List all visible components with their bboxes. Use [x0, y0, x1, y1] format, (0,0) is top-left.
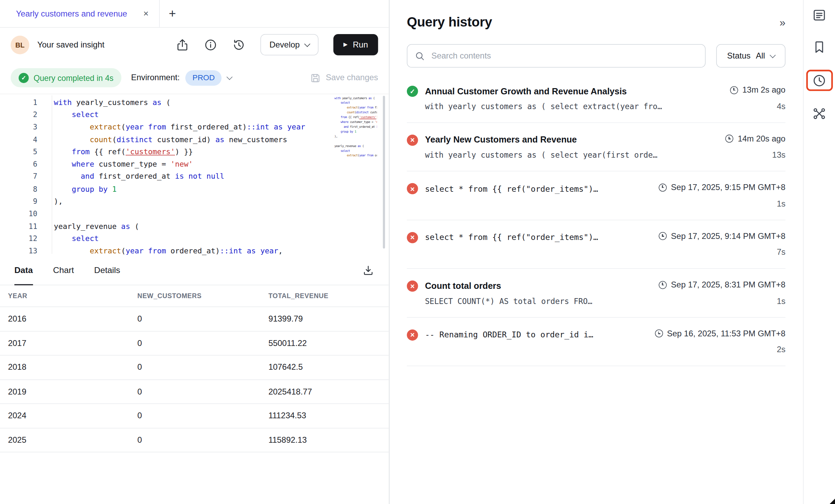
- close-tab-icon[interactable]: ×: [143, 9, 148, 18]
- timestamp-text: Sep 17, 2025, 9:14 PM GMT+8: [671, 231, 785, 241]
- run-button[interactable]: ▶ Run: [333, 34, 378, 55]
- table-cell: 2025: [8, 435, 137, 445]
- table-cell: 0: [137, 435, 268, 445]
- query-title: Count total orders: [425, 281, 501, 291]
- code-line: 3 extract(year from first_ordered_at)::i…: [0, 120, 389, 133]
- info-icon[interactable]: [204, 38, 217, 52]
- save-changes-button[interactable]: Save changes: [310, 72, 378, 83]
- code-line: 12 select: [0, 232, 389, 244]
- environment-value-badge[interactable]: PROD: [186, 70, 222, 85]
- code-line: 13 extract(year from ordered_at)::int as…: [0, 244, 389, 256]
- table-row: 20250115892.13: [0, 428, 389, 452]
- line-number: 1: [0, 98, 37, 106]
- query-history-title: Query history: [407, 14, 492, 30]
- query-timestamp: Sep 17, 2025, 8:31 PM GMT+8: [659, 280, 785, 290]
- results-tab-data[interactable]: Data: [14, 256, 33, 285]
- query-snippet: with yearly_customers as ( select year(f…: [425, 150, 658, 159]
- header-actions: Develop ▶ Run: [176, 34, 378, 55]
- code-line: 2 select: [0, 108, 389, 120]
- query-snippet: with yearly_customers as ( select extrac…: [425, 102, 662, 111]
- table-cell: 2024: [8, 411, 137, 421]
- results-tabs: DataChartDetails: [14, 256, 120, 285]
- query-history-item[interactable]: ✓Annual Customer Growth and Revenue Anal…: [407, 74, 785, 123]
- line-number: 2: [0, 110, 37, 119]
- tab-yearly-customers-and-revenue[interactable]: Yearly customers and revenue ×: [0, 0, 160, 27]
- develop-button[interactable]: Develop: [260, 34, 318, 55]
- table-cell: 0: [137, 338, 268, 348]
- search-input[interactable]: [430, 51, 698, 61]
- code-line: 10: [0, 207, 389, 220]
- query-list-icon[interactable]: [812, 8, 826, 22]
- check-icon: ✓: [19, 73, 29, 83]
- timestamp-text: Sep 16, 2025, 11:53 PM GMT+8: [667, 329, 785, 338]
- code-text: extract(year from ordered_at)::int as ye…: [54, 246, 283, 255]
- develop-label: Develop: [269, 40, 300, 50]
- query-history-item[interactable]: ×Yearly New Customers and Revenue14m 20s…: [407, 123, 785, 171]
- code-line: 11yearly_revenue as (: [0, 220, 389, 232]
- table-cell: 2019: [8, 387, 137, 396]
- query-duration: 1s: [777, 296, 785, 306]
- query-timestamp: Sep 17, 2025, 9:15 PM GMT+8: [659, 182, 785, 192]
- query-status-text: Query completed in 4s: [33, 73, 113, 82]
- status-filter-dropdown[interactable]: Status All: [716, 44, 785, 67]
- query-history-item[interactable]: ×select * from {{ ref("order_items")…Sep…: [407, 171, 785, 220]
- search-box[interactable]: [407, 44, 705, 67]
- table-row: 20170550011.22: [0, 331, 389, 355]
- download-icon[interactable]: [362, 264, 374, 277]
- query-title: select * from {{ ref("order_items")…: [425, 184, 598, 193]
- tab-bar: Yearly customers and revenue × +: [0, 0, 389, 28]
- share-icon[interactable]: [176, 38, 189, 52]
- code-text: extract(year from first_ordered_at)::int…: [54, 123, 305, 131]
- search-icon: [415, 51, 425, 61]
- status-bar: ✓ Query completed in 4s Environment: PRO…: [0, 62, 389, 94]
- resize-handle[interactable]: [829, 499, 835, 504]
- query-duration: 2s: [777, 345, 785, 355]
- table-cell: 2016: [8, 314, 137, 324]
- error-status-icon: ×: [407, 134, 418, 145]
- chevron-down-icon: [304, 41, 310, 47]
- clock-icon: [659, 183, 667, 191]
- table-cell: 111234.53: [268, 411, 389, 421]
- environment-selector[interactable]: Environment: PROD: [131, 70, 232, 85]
- query-timestamp: 13m 2s ago: [730, 85, 785, 95]
- bookmark-icon[interactable]: [812, 40, 826, 54]
- line-number: 10: [0, 209, 37, 218]
- table-cell: 0: [137, 363, 268, 372]
- collapse-panel-icon[interactable]: »: [780, 17, 785, 28]
- query-history-list: ✓Annual Customer Growth and Revenue Anal…: [407, 74, 785, 366]
- query-history-item[interactable]: ×-- Renaming ORDER_ID to order_id i…Sep …: [407, 317, 785, 366]
- status-filter-value: All: [756, 51, 765, 61]
- query-title: Yearly New Customers and Revenue: [425, 135, 577, 145]
- query-history-item[interactable]: ×select * from {{ ref("order_items")…Sep…: [407, 220, 785, 269]
- query-duration: 13s: [772, 150, 786, 160]
- table-cell: 0: [137, 314, 268, 324]
- code-text: select: [54, 234, 99, 243]
- results-tab-chart[interactable]: Chart: [53, 256, 74, 285]
- error-status-icon: ×: [407, 232, 418, 243]
- new-tab-button[interactable]: +: [169, 8, 176, 20]
- table-row: 20180107642.5: [0, 356, 389, 380]
- query-history-item[interactable]: ×Count total ordersSep 17, 2025, 8:31 PM…: [407, 269, 785, 317]
- timestamp-text: 13m 2s ago: [742, 85, 785, 95]
- lineage-icon[interactable]: [812, 106, 826, 121]
- line-number: 12: [0, 234, 37, 243]
- query-history-panel: Query history » Status All ✓Annual Custo…: [389, 0, 803, 504]
- code-line: 4 count(distinct customer_id) as new_cus…: [0, 133, 389, 145]
- query-title: select * from {{ ref("order_items")…: [425, 233, 598, 242]
- table-cell: 0: [137, 387, 268, 396]
- query-history-panel-icon[interactable]: [812, 73, 826, 88]
- line-number: 7: [0, 172, 37, 181]
- gutter-divider: [52, 95, 52, 254]
- line-number: 6: [0, 160, 37, 168]
- avatar[interactable]: BL: [11, 35, 29, 54]
- results-table: YEARNEW_CUSTOMERSTOTAL_REVENUE 201609139…: [0, 285, 389, 452]
- results-tab-details[interactable]: Details: [94, 256, 120, 285]
- query-title: -- Renaming ORDER_ID to order_id i…: [425, 330, 594, 339]
- line-number: 3: [0, 123, 37, 131]
- editor-scrollbar[interactable]: [383, 96, 385, 249]
- insight-header: BL Your saved insight: [0, 28, 389, 62]
- version-history-icon[interactable]: [232, 38, 246, 52]
- success-status-icon: ✓: [407, 86, 418, 97]
- environment-label: Environment:: [131, 73, 179, 83]
- sql-editor[interactable]: 1with yearly_customers as (2 select3 ext…: [0, 94, 389, 256]
